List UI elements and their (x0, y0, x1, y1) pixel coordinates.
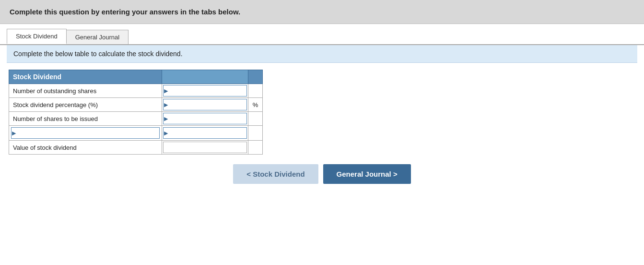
input-value-stock-dividend[interactable] (163, 142, 247, 153)
instruction-bar: Complete this question by entering your … (0, 0, 644, 24)
extra-cell-3 (248, 112, 263, 126)
input-cell-editable-value[interactable]: ▶ (162, 126, 248, 141)
tab-general-journal[interactable]: General Journal (66, 30, 129, 44)
input-outstanding-shares[interactable] (163, 85, 247, 96)
input-dividend-percentage[interactable] (163, 99, 247, 110)
prev-button[interactable]: < Stock Dividend (233, 164, 318, 184)
table-row: Stock dividend percentage (%) ▶ % (9, 98, 263, 112)
table-header-col2 (162, 70, 248, 84)
extra-cell-5 (248, 141, 263, 155)
table-header-col3 (248, 70, 263, 84)
instruction-text: Complete this question by entering your … (10, 8, 240, 16)
table-row: Value of stock dividend (9, 141, 263, 155)
tab-content: Complete the below table to calculate th… (0, 45, 644, 203)
input-cell-label-editable[interactable]: ▶ (9, 126, 162, 141)
label-shares-to-issue: Number of shares to be issued (9, 112, 162, 126)
input-cell-dividend-percentage[interactable]: ▶ (162, 98, 248, 112)
stock-dividend-table: Stock Dividend Number of outstanding sha… (9, 70, 263, 155)
tab-stock-dividend[interactable]: Stock Dividend (7, 29, 67, 44)
input-shares-to-issue[interactable] (163, 113, 247, 124)
input-editable-value[interactable] (163, 127, 247, 139)
label-value-stock-dividend: Value of stock dividend (9, 141, 162, 155)
label-outstanding-shares: Number of outstanding shares (9, 84, 162, 98)
label-dividend-percentage: Stock dividend percentage (%) (9, 98, 162, 112)
input-editable-label[interactable] (11, 127, 160, 139)
extra-cell-4 (248, 126, 263, 141)
table-row row-editable: ▶ ▶ (9, 126, 263, 141)
input-cell-value-stock-dividend[interactable] (162, 141, 248, 155)
table-row: Number of outstanding shares ▶ (9, 84, 263, 98)
next-button[interactable]: General Journal > (323, 164, 411, 184)
bottom-navigation: < Stock Dividend General Journal > (7, 164, 637, 193)
tabs-container: Stock Dividend General Journal (0, 24, 644, 45)
table-header-col1: Stock Dividend (9, 70, 162, 84)
tab-description: Complete the below table to calculate th… (7, 45, 637, 63)
extra-cell-percent: % (248, 98, 263, 112)
extra-cell-1 (248, 84, 263, 98)
table-row: Number of shares to be issued ▶ (9, 112, 263, 126)
input-cell-shares-to-issue[interactable]: ▶ (162, 112, 248, 126)
input-cell-outstanding-shares[interactable]: ▶ (162, 84, 248, 98)
